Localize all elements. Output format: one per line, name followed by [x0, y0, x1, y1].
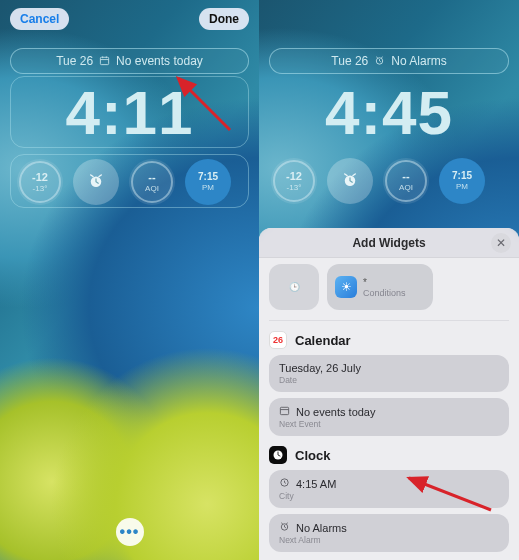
weather-widget: -12 -13°: [271, 158, 317, 204]
clock-city-widget[interactable]: 4:15 AM City: [269, 470, 509, 508]
top-widget-bar[interactable]: Tue 26 No events today: [10, 48, 249, 74]
world-clock-widget[interactable]: 7:15 PM: [185, 159, 231, 205]
calendar-section: 26 Calendar Tuesday, 26 July Date No eve…: [269, 331, 509, 436]
section-header: 26 Calendar: [269, 331, 509, 349]
svg-rect-0: [100, 57, 108, 64]
suggestion-widget[interactable]: 🕒: [269, 264, 319, 310]
sheet-header: Add Widgets ✕: [259, 228, 519, 258]
world-time: 7:15: [452, 171, 472, 181]
suggestions-row: 🕒 ☀︎ * Conditions: [269, 258, 509, 321]
sheet-title: Add Widgets: [352, 236, 425, 250]
cancel-button[interactable]: Cancel: [10, 8, 69, 30]
lock-clock: 4:45: [269, 76, 509, 148]
clock-section: Clock 4:15 AM City: [269, 446, 509, 552]
aqi-widget: -- AQI: [383, 158, 429, 204]
alarm-widget[interactable]: [73, 159, 119, 205]
aqi-label: AQI: [145, 185, 159, 193]
close-icon: ✕: [496, 236, 506, 250]
clock-icon: 🕒: [289, 282, 300, 292]
world-clock-widget: 7:15 PM: [439, 158, 485, 204]
widgets-row[interactable]: -12 -13° -- AQI 7:15 PM: [10, 154, 249, 208]
alarm-icon: [341, 171, 359, 191]
status-date: Tue 26: [56, 54, 93, 68]
ellipsis-icon: •••: [120, 523, 140, 541]
clock-alarm-sub: Next Alarm: [279, 535, 499, 545]
suggestion-weather-widget[interactable]: ☀︎ * Conditions: [327, 264, 433, 310]
calendar-date-line: Tuesday, 26 July: [279, 362, 361, 374]
calendar-event-widget[interactable]: No events today Next Event: [269, 398, 509, 436]
calendar-date-widget[interactable]: Tuesday, 26 July Date: [269, 355, 509, 392]
world-label: PM: [202, 184, 214, 192]
status-text: No events today: [116, 54, 203, 68]
clock-alarm-line: No Alarms: [296, 522, 347, 534]
suggestion-label: Conditions: [363, 288, 406, 298]
section-header: Clock: [269, 446, 509, 464]
calendar-app-icon: 26: [269, 331, 287, 349]
status-date: Tue 26: [331, 54, 368, 68]
alarm-icon: [279, 521, 290, 534]
lock-clock[interactable]: 4:11: [10, 76, 249, 148]
done-button[interactable]: Done: [199, 8, 249, 30]
add-widgets-sheet: Add Widgets ✕ 🕒 ☀︎ * Conditions: [259, 228, 519, 560]
top-widget-bar: Tue 26 No Alarms: [269, 48, 509, 74]
more-button[interactable]: •••: [116, 518, 144, 546]
clock-alarm-widget[interactable]: No Alarms Next Alarm: [269, 514, 509, 552]
alarm-widget: [327, 158, 373, 204]
clock-icon: [279, 477, 290, 490]
section-title: Calendar: [295, 333, 351, 348]
svg-rect-8: [280, 407, 288, 414]
world-label: PM: [456, 183, 468, 191]
clock-city-line: 4:15 AM: [296, 478, 336, 490]
calendar-date-sub: Date: [279, 375, 499, 385]
weather-sub: -13°: [287, 184, 302, 192]
weather-widget[interactable]: -12 -13°: [17, 159, 63, 205]
sheet-body[interactable]: 🕒 ☀︎ * Conditions 26 Calendar Tuesday: [259, 258, 519, 560]
aqi-widget[interactable]: -- AQI: [129, 159, 175, 205]
status-text: No Alarms: [391, 54, 446, 68]
world-time: 7:15: [198, 172, 218, 182]
calendar-icon: [279, 405, 290, 418]
editor-topbar: Cancel Done: [0, 8, 259, 30]
aqi-label: AQI: [399, 184, 413, 192]
clock-city-sub: City: [279, 491, 499, 501]
widgets-row: -12 -13° -- AQI 7:15 PM: [269, 154, 509, 208]
alarm-icon: [374, 55, 385, 68]
calendar-event-line: No events today: [296, 406, 376, 418]
calendar-event-sub: Next Event: [279, 419, 499, 429]
clock-app-icon: [269, 446, 287, 464]
close-button[interactable]: ✕: [491, 233, 511, 253]
section-title: Clock: [295, 448, 330, 463]
calendar-icon: [99, 55, 110, 68]
alarm-icon: [87, 172, 105, 192]
weather-icon: ☀︎: [335, 276, 357, 298]
suggestion-asterisk: *: [363, 277, 406, 288]
weather-sub: -13°: [33, 185, 48, 193]
